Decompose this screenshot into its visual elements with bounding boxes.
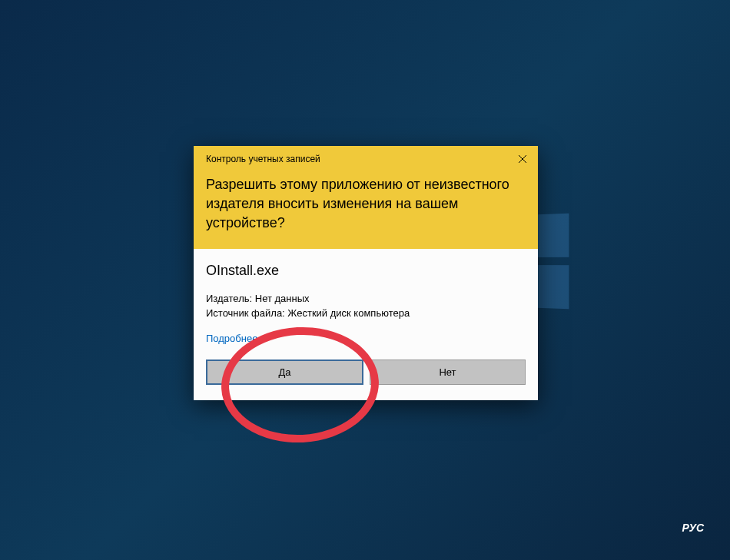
no-button[interactable]: Нет [370, 360, 526, 385]
language-indicator[interactable]: РУС [682, 522, 704, 534]
publisher-line: Издатель: Нет данных [206, 293, 526, 304]
source-label: Источник файла: [206, 307, 285, 319]
uac-question: Разрешить этому приложению от неизвестно… [206, 175, 526, 234]
publisher-value: Нет данных [255, 293, 310, 304]
publisher-label: Издатель: [206, 293, 252, 304]
close-button[interactable] [513, 151, 532, 169]
uac-header: Контроль учетных записей Разрешить этому… [194, 146, 538, 249]
uac-buttons: Да Нет [194, 360, 538, 400]
source-value: Жесткий диск компьютера [287, 307, 410, 319]
uac-body: OInstall.exe Издатель: Нет данных Источн… [194, 249, 538, 360]
details-link[interactable]: Подробнее [206, 333, 526, 344]
source-line: Источник файла: Жесткий диск компьютера [206, 307, 526, 319]
yes-button[interactable]: Да [206, 360, 363, 385]
uac-title-small: Контроль учетных записей [206, 154, 526, 164]
app-name: OInstall.exe [206, 263, 526, 279]
close-icon [518, 154, 527, 166]
uac-dialog: Контроль учетных записей Разрешить этому… [194, 146, 538, 400]
